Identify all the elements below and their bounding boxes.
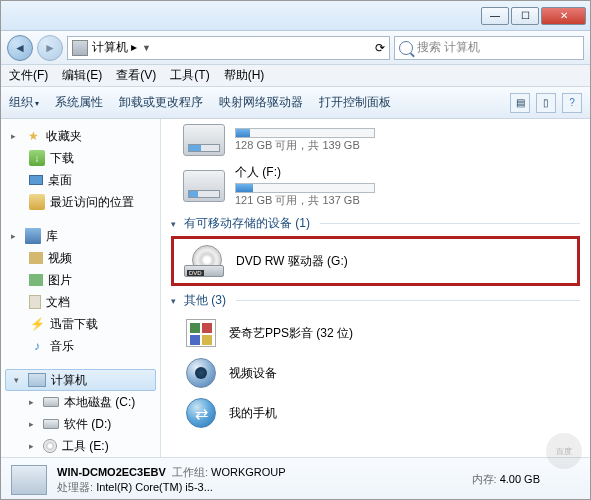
sidebar-item-computer[interactable]: ▾ 计算机 <box>5 369 156 391</box>
sidebar-item-music[interactable]: ♪音乐 <box>1 335 160 357</box>
search-input[interactable]: 搜索 计算机 <box>394 36 584 60</box>
drive-item[interactable]: 128 GB 可用，共 139 GB <box>183 119 580 163</box>
expand-icon: ▾ <box>14 375 23 385</box>
highlight-annotation: DVD DVD RW 驱动器 (G:) <box>171 236 580 286</box>
collapse-icon: ▾ <box>171 296 180 306</box>
collapse-icon: ▸ <box>11 131 20 141</box>
libraries-group[interactable]: ▸ 库 <box>1 225 160 247</box>
search-placeholder: 搜索 计算机 <box>417 39 480 56</box>
libraries-label: 库 <box>46 228 58 245</box>
capacity-bar <box>235 183 375 193</box>
drive-item-f[interactable]: 个人 (F:) 121 GB 可用，共 137 GB <box>183 163 580 209</box>
command-bar: 组织 系统属性 卸载或更改程序 映射网络驱动器 打开控制面板 ▤ ▯ ? <box>1 87 590 119</box>
sidebar-item-disk-d[interactable]: ▸软件 (D:) <box>1 413 160 435</box>
thunder-icon: ⚡ <box>29 316 45 332</box>
other-item-camera[interactable]: 视频设备 <box>183 353 580 393</box>
desktop-icon <box>29 175 43 185</box>
item-label: 最近访问的位置 <box>50 194 134 211</box>
sidebar-item-disk-c[interactable]: ▸本地磁盘 (C:) <box>1 391 160 413</box>
disk-icon <box>43 397 59 407</box>
item-label: 视频 <box>48 250 72 267</box>
cd-icon <box>43 439 57 453</box>
sidebar-item-desktop[interactable]: 桌面 <box>1 169 160 191</box>
sidebar-item-thunder[interactable]: ⚡迅雷下载 <box>1 313 160 335</box>
dvd-drive-item[interactable]: DVD DVD RW 驱动器 (G:) <box>184 241 575 281</box>
item-label: 视频设备 <box>229 365 277 382</box>
drive-icon <box>183 170 225 202</box>
sidebar-item-disk-e[interactable]: ▸工具 (E:) <box>1 435 160 457</box>
help-button[interactable]: ? <box>562 93 582 113</box>
back-button[interactable]: ◄ <box>7 35 33 61</box>
favorites-group[interactable]: ▸ ★ 收藏夹 <box>1 125 160 147</box>
explorer-body: ▸ ★ 收藏夹 ↓下载 桌面 最近访问的位置 ▸ 库 视频 图片 文档 ⚡迅雷下… <box>1 119 590 457</box>
memory-label: 内存: <box>472 473 497 485</box>
section-label: 有可移动存储的设备 (1) <box>184 215 310 232</box>
expand-icon: ▸ <box>29 397 38 407</box>
sidebar-item-documents[interactable]: 文档 <box>1 291 160 313</box>
drive-icon <box>183 124 225 156</box>
workgroup-value: WORKGROUP <box>211 466 286 478</box>
sidebar-item-videos[interactable]: 视频 <box>1 247 160 269</box>
workgroup-label: 工作组: <box>172 466 208 478</box>
content-pane: 128 GB 可用，共 139 GB 个人 (F:) 121 GB 可用，共 1… <box>161 119 590 457</box>
cpu-value: Intel(R) Core(TM) i5-3... <box>96 481 213 493</box>
other-item-phone[interactable]: ⇄ 我的手机 <box>183 393 580 433</box>
address-bar[interactable]: 计算机 ▸ ▼ ⟳ <box>67 36 390 60</box>
removable-section-header[interactable]: ▾ 有可移动存储的设备 (1) <box>171 215 580 232</box>
preview-pane-button[interactable]: ▯ <box>536 93 556 113</box>
computer-label: 计算机 <box>51 372 87 389</box>
download-icon: ↓ <box>29 150 45 166</box>
library-icon <box>25 228 41 244</box>
item-label: 我的手机 <box>229 405 277 422</box>
forward-button[interactable]: ► <box>37 35 63 61</box>
document-icon <box>29 295 41 309</box>
picture-icon <box>29 274 43 286</box>
computer-icon <box>28 373 46 387</box>
divider <box>236 300 580 301</box>
map-network-drive-button[interactable]: 映射网络驱动器 <box>219 94 303 111</box>
item-label: 爱奇艺PPS影音 (32 位) <box>229 325 353 342</box>
search-icon <box>399 41 413 55</box>
address-dropdown-icon[interactable]: ▼ <box>137 43 155 53</box>
control-panel-button[interactable]: 打开控制面板 <box>319 94 391 111</box>
item-label: 桌面 <box>48 172 72 189</box>
menu-tools[interactable]: 工具(T) <box>170 67 209 84</box>
cpu-label: 处理器: <box>57 481 93 493</box>
menu-view[interactable]: 查看(V) <box>116 67 156 84</box>
menu-edit[interactable]: 编辑(E) <box>62 67 102 84</box>
other-item-pps[interactable]: 爱奇艺PPS影音 (32 位) <box>183 313 580 353</box>
minimize-button[interactable]: — <box>481 7 509 25</box>
sidebar-item-downloads[interactable]: ↓下载 <box>1 147 160 169</box>
computer-large-icon <box>11 465 47 495</box>
close-button[interactable]: ✕ <box>541 7 586 25</box>
phone-icon: ⇄ <box>183 395 219 431</box>
sidebar-item-pictures[interactable]: 图片 <box>1 269 160 291</box>
dvd-drive-label: DVD RW 驱动器 (G:) <box>236 253 348 270</box>
favorites-label: 收藏夹 <box>46 128 82 145</box>
collapse-icon: ▸ <box>11 231 20 241</box>
menu-bar: 文件(F) 编辑(E) 查看(V) 工具(T) 帮助(H) <box>1 65 590 87</box>
item-label: 工具 (E:) <box>62 438 109 455</box>
drive-capacity: 128 GB 可用，共 139 GB <box>235 138 375 153</box>
menu-help[interactable]: 帮助(H) <box>224 67 265 84</box>
organize-button[interactable]: 组织 <box>9 94 39 111</box>
memory-value: 4.00 GB <box>500 473 540 485</box>
watermark: 百度 <box>546 433 582 469</box>
item-label: 下载 <box>50 150 74 167</box>
title-bar: — ☐ ✕ <box>1 1 590 31</box>
uninstall-button[interactable]: 卸载或更改程序 <box>119 94 203 111</box>
view-mode-button[interactable]: ▤ <box>510 93 530 113</box>
sidebar-item-recent[interactable]: 最近访问的位置 <box>1 191 160 213</box>
refresh-button[interactable]: ⟳ <box>375 41 385 55</box>
navigation-bar: ◄ ► 计算机 ▸ ▼ ⟳ 搜索 计算机 <box>1 31 590 65</box>
item-label: 文档 <box>46 294 70 311</box>
section-label: 其他 (3) <box>184 292 226 309</box>
maximize-button[interactable]: ☐ <box>511 7 539 25</box>
other-section-header[interactable]: ▾ 其他 (3) <box>171 292 580 309</box>
system-properties-button[interactable]: 系统属性 <box>55 94 103 111</box>
dvd-drive-icon: DVD <box>184 245 226 277</box>
menu-file[interactable]: 文件(F) <box>9 67 48 84</box>
camera-icon <box>183 355 219 391</box>
recent-icon <box>29 194 45 210</box>
expand-icon: ▸ <box>29 441 38 451</box>
